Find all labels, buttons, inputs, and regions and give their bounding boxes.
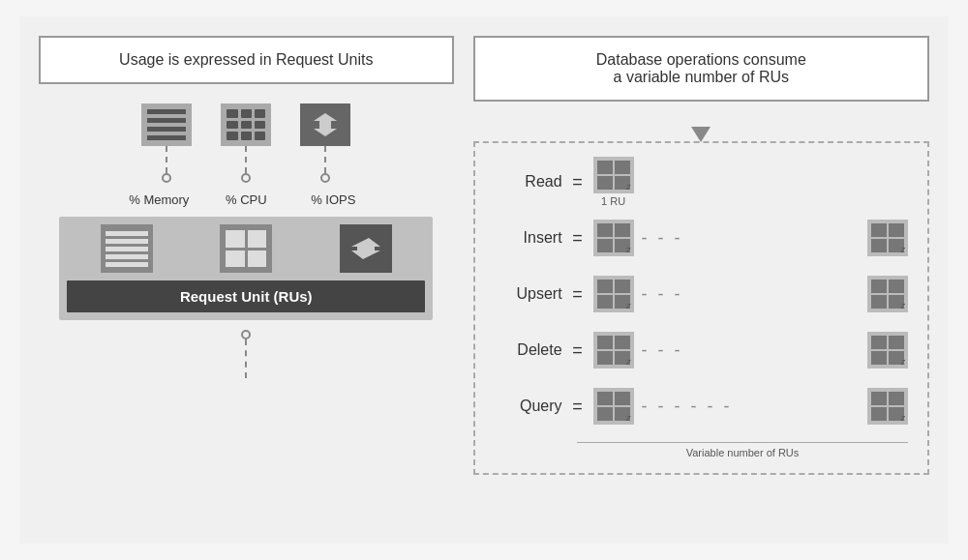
ops-container: Read = z [473,141,929,475]
ru-grid [220,224,272,273]
upsert-label: Upsert [495,285,562,303]
read-row: Read = z [495,158,908,206]
cpu-icon-grid [221,103,271,146]
insert-ru-icon2: z [867,220,908,256]
dot [255,121,265,130]
right-panel: Database operations consumea variable nu… [473,36,929,524]
dot [227,132,237,140]
line4 [147,135,186,140]
delete-ru-icon1: z [593,332,634,368]
right-title-box: Database operations consumea variable nu… [473,36,929,102]
read-label: Read [495,173,562,191]
iops-circle [320,173,330,183]
ru-arrows-svg [348,234,384,263]
ru-bottom-circle [241,330,251,339]
left-title: Usage is expressed in Request Units [119,51,373,68]
insert-dashes: - - - [642,228,860,249]
main-container: Usage is expressed in Request Units [19,16,949,544]
cpu-icon-wrapper [221,103,271,183]
line3 [147,127,186,132]
top-icons-row [141,103,350,183]
arrows-svg [308,111,343,138]
delete-label: Delete [495,341,562,359]
line1 [147,109,186,114]
read-ru-col: z 1 RU [593,157,634,207]
delete-row: Delete = z - - - [495,326,908,374]
left-panel: Usage is expressed in Request Units [39,36,454,524]
ru-grid-icon [220,224,272,273]
read-equals: = [570,172,586,192]
cpu-icon [221,103,271,146]
iops-label: % IOPS [298,192,368,207]
query-equals: = [570,397,586,417]
query-ru-icon2: z [867,388,908,425]
ru-db-lines [101,224,153,273]
ru-bottom-dash [245,339,247,378]
iops-icon-arrows [300,103,350,146]
iops-icon-wrapper [300,103,350,183]
read-ru-icon: z [593,157,634,193]
upsert-dashes: - - - [642,284,860,305]
left-title-box: Usage is expressed in Request Units [39,36,454,84]
upsert-ru-icon2: z [867,276,908,312]
dot [241,121,252,130]
iops-dash-line [324,146,326,173]
memory-icon-wrapper [141,103,192,183]
delete-dashes: - - - [642,340,860,361]
ru-box: Request Unit (RUs) [59,217,433,320]
upsert-equals: = [570,284,586,305]
ops-wrapper: Read = z [473,127,929,475]
memory-circle [162,173,171,183]
svg-marker-3 [351,247,380,259]
dot [255,132,265,140]
memory-label: % Memory [124,192,194,207]
query-ru-icon1: z [593,388,634,425]
cpu-label: % CPU [211,192,281,207]
ru-bottom-connector [241,330,251,378]
memory-icon [141,103,192,146]
line2 [147,118,186,123]
down-arrow-icon [691,127,711,142]
variable-label-row: Variable number of RUs [495,438,908,458]
upsert-ru-icon1: z [593,276,634,312]
memory-dash-line [166,146,167,173]
query-row: Query = z - - - - - - [495,382,908,430]
dot [241,132,252,140]
dot [227,109,237,118]
insert-equals: = [570,228,586,249]
ru-arrows-icon [340,224,392,273]
variable-label: Variable number of RUs [577,442,908,458]
arrow-container [473,127,929,141]
dot [255,109,265,118]
query-label: Query [495,398,562,415]
dot [227,121,237,130]
delete-equals: = [570,340,586,361]
iops-icon [300,103,350,146]
insert-row: Insert = z - - - [495,214,908,262]
query-dashes: - - - - - - [642,397,860,417]
insert-ru-icon1: z [593,220,634,256]
cpu-dash-line [245,146,247,173]
delete-ru-icon2: z [867,332,908,368]
insert-label: Insert [495,229,562,247]
memory-icon-lines [141,103,192,146]
read-1ru-label: 1 RU [601,195,625,207]
cpu-circle [241,173,251,183]
svg-marker-1 [314,121,337,136]
ru-icons-row [67,224,425,273]
ru-db-icon [101,224,153,273]
upsert-row: Upsert = z - - - [495,270,908,318]
ru-label-bar: Request Unit (RUs) [67,280,425,312]
right-title: Database operations consumea variable nu… [596,51,806,85]
labels-row: % Memory % CPU % IOPS [124,192,368,207]
dot [241,109,252,118]
